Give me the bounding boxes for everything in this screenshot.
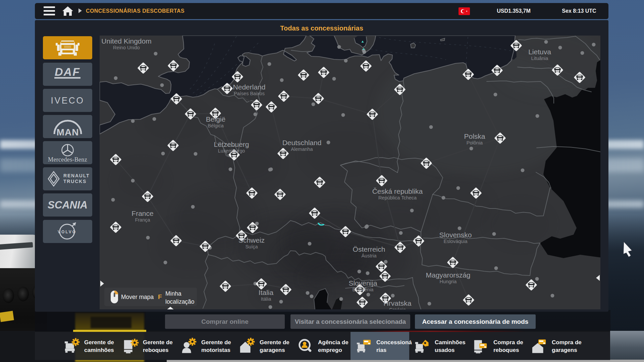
svg-text:Österreich: Österreich [353,245,385,253]
svg-text:TRUCKS: TRUCKS [63,179,87,184]
svg-text:Deutschland: Deutschland [282,139,322,146]
svg-text:República Tcheca: República Tcheca [378,195,417,200]
svg-text:F: F [158,293,162,300]
svg-text:Hungria: Hungria [440,279,457,284]
svg-text:RENAULT: RENAULT [63,173,90,178]
svg-text:Slovenija: Slovenija [348,279,377,287]
svg-text:MAN: MAN [57,127,79,137]
svg-text:Slovensko: Slovensko [439,231,472,239]
svg-text:Alemanha: Alemanha [291,146,313,152]
svg-text:DAF: DAF [55,65,80,78]
svg-text:Polska: Polska [464,132,485,140]
svg-text:Mover mapa: Mover mapa [121,294,154,300]
svg-text:Nederland: Nederland [233,83,266,91]
svg-text:Suíça: Suíça [245,244,258,249]
svg-text:Eslováquia: Eslováquia [444,239,468,244]
svg-text:Schweiz: Schweiz [238,236,265,244]
svg-text:Reino Unido: Reino Unido [113,45,140,50]
svg-text:Croácia: Croácia [389,307,406,309]
svg-text:Lietuva: Lietuva [528,48,551,56]
svg-text:Bélgica: Bélgica [208,123,224,128]
svg-text:SCANIA: SCANIA [48,199,88,211]
svg-text:localização: localização [165,298,195,305]
svg-text:France: France [131,209,153,217]
svg-text:Hrvatska: Hrvatska [384,299,412,307]
svg-text:United Kingdom: United Kingdom [101,37,151,45]
svg-text:Eslovênia: Eslovênia [353,287,374,292]
svg-text:Lituânia: Lituânia [531,56,549,61]
svg-text:França: França [135,217,150,223]
svg-text:Minha: Minha [165,290,181,297]
svg-text:Italia: Italia [259,289,274,296]
svg-text:Luxemburgo: Luxemburgo [218,148,245,154]
svg-text:België: België [206,115,225,123]
svg-text:Polônia: Polônia [467,140,483,145]
svg-text:VOLVO: VOLVO [58,230,76,234]
svg-text:Áustria: Áustria [361,253,377,258]
svg-text:Česká republika: Česká republika [372,187,423,195]
svg-text:Magyarország: Magyarország [426,271,470,279]
svg-text:Lëtzebuerg: Lëtzebuerg [214,140,249,148]
svg-text:Mercedes-Benz: Mercedes-Benz [48,156,87,163]
svg-text:Itália: Itália [261,296,272,302]
svg-text:Países Baixos: Países Baixos [234,91,265,96]
svg-text:IVECO: IVECO [51,95,85,106]
